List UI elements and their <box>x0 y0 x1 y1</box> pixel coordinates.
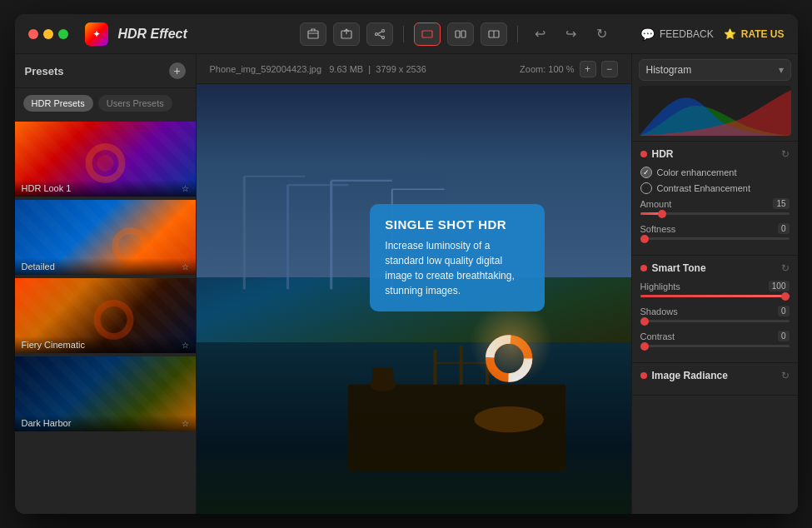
open-button[interactable] <box>300 22 326 46</box>
svg-rect-5 <box>422 31 432 37</box>
contrast-label: Contrast <box>640 331 675 341</box>
close-button[interactable] <box>28 29 38 39</box>
main-content: Presets + HDR Presets Users Presets <box>15 54 798 514</box>
sidebar: Presets + HDR Presets Users Presets <box>15 54 197 514</box>
list-item[interactable]: Dark Harbor ☆ <box>15 356 196 431</box>
svg-rect-0 <box>308 31 318 38</box>
preset-label: Fiery Cinematic ☆ <box>15 336 196 353</box>
shadows-value: 0 <box>778 306 790 316</box>
preset-label: Detailed ☆ <box>15 258 196 275</box>
softness-slider-thumb[interactable] <box>640 235 649 243</box>
svg-point-11 <box>115 231 145 261</box>
amount-slider-row: Amount 15 <box>640 198 790 215</box>
svg-point-30 <box>475 406 545 432</box>
toolbar-group: ↩ ↪ ↻ <box>300 22 614 46</box>
view-single-button[interactable] <box>414 22 441 46</box>
svg-point-12 <box>97 303 130 336</box>
amount-slider-thumb[interactable] <box>658 210 666 218</box>
amount-slider-header: Amount 15 <box>640 198 790 209</box>
right-panel: Histogram ▾ <box>631 54 798 514</box>
shadows-slider-thumb[interactable] <box>640 317 649 326</box>
svg-rect-7 <box>461 31 466 37</box>
presets-title: Presets <box>25 65 64 77</box>
hdr-section-name: HDR <box>652 148 776 160</box>
image-info-bar: Phone_img_592004423.jpg 9.63 MB | 3799 x… <box>197 54 631 84</box>
tooltip-title: SINGLE SHOT HDR <box>385 217 530 232</box>
minimize-button[interactable] <box>43 29 53 39</box>
highlights-slider-track[interactable] <box>640 295 790 297</box>
back-button[interactable]: ↩ <box>528 22 552 45</box>
smart-tone-reset-button[interactable]: ↻ <box>781 262 790 274</box>
contrast-slider-row: Contrast 0 <box>640 331 790 347</box>
svg-point-4 <box>376 32 378 35</box>
smart-tone-header: Smart Tone ↻ <box>640 262 790 274</box>
chevron-down-icon: ▾ <box>779 64 784 76</box>
star-icon: ⭐ <box>724 28 736 40</box>
contrast-slider-thumb[interactable] <box>640 342 649 351</box>
image-radiance-reset-button[interactable]: ↻ <box>781 370 790 381</box>
app-window: ✦ HDR Effect <box>15 14 798 514</box>
main-image: SINGLE SHOT HDR Increase luminosity of a… <box>197 84 631 514</box>
info-tooltip: SINGLE SHOT HDR Increase luminosity of a… <box>370 204 545 311</box>
smart-tone-section: Smart Tone ↻ Highlights 100 Shadows <box>632 256 798 363</box>
refresh-button[interactable]: ↻ <box>590 22 614 45</box>
image-radiance-header: Image Radiance ↻ <box>640 370 790 381</box>
preset-label: Dark Harbor ☆ <box>15 415 196 431</box>
color-enhancement-row[interactable]: ✓ Color enhancement <box>640 167 790 178</box>
image-radiance-dot <box>640 372 647 379</box>
view-compare-button[interactable] <box>481 22 507 46</box>
svg-rect-23 <box>372 367 393 386</box>
shadows-label: Shadows <box>640 306 678 316</box>
contrast-enhancement-row[interactable]: Contrast Enhancement <box>640 182 790 194</box>
contrast-slider-track[interactable] <box>640 345 790 347</box>
tooltip-body: Increase luminosity of a standard low qu… <box>385 238 530 298</box>
hdr-section-header: HDR ↻ <box>640 148 790 160</box>
hdr-active-dot <box>640 151 647 157</box>
svg-point-2 <box>382 29 385 32</box>
sidebar-header: Presets + <box>15 54 196 88</box>
export-button[interactable] <box>333 22 360 46</box>
shadows-slider-track[interactable] <box>640 320 790 322</box>
view-split-button[interactable] <box>447 22 474 46</box>
histogram-dropdown[interactable]: Histogram ▾ <box>639 59 791 81</box>
add-preset-button[interactable]: + <box>169 62 186 79</box>
svg-point-10 <box>97 155 113 172</box>
contrast-enhancement-label: Contrast Enhancement <box>657 183 751 193</box>
share-button[interactable] <box>366 22 393 46</box>
amount-slider-track[interactable] <box>640 212 790 215</box>
zoom-out-button[interactable]: − <box>601 61 618 77</box>
histogram-label: Histogram <box>646 64 692 76</box>
softness-slider-row: Softness 0 <box>640 223 790 240</box>
file-info: Phone_img_592004423.jpg 9.63 MB | 3799 x… <box>210 64 426 74</box>
color-enhancement-label: Color enhancement <box>657 167 737 177</box>
feedback-button[interactable]: 💬 FEEDBACK <box>640 27 714 41</box>
image-radiance-name: Image Radiance <box>652 370 776 381</box>
shadows-slider-row: Shadows 0 <box>640 306 790 322</box>
list-item[interactable]: Fiery Cinematic ☆ <box>15 278 196 353</box>
softness-slider-track[interactable] <box>640 237 790 240</box>
preset-list: HDR Look 1 ☆ Detailed ☆ <box>15 118 196 514</box>
rate-button[interactable]: ⭐ RATE US <box>724 28 785 40</box>
hdr-reset-button[interactable]: ↻ <box>781 148 790 160</box>
preset-label: HDR Look 1 ☆ <box>15 180 196 197</box>
star-icon: ☆ <box>182 262 189 271</box>
shadows-slider-header: Shadows 0 <box>640 306 790 316</box>
list-item[interactable]: Detailed ☆ <box>15 200 196 275</box>
amount-label: Amount <box>640 199 672 209</box>
maximize-button[interactable] <box>58 29 68 39</box>
tab-hdr-presets[interactable]: HDR Presets <box>23 95 93 112</box>
smart-tone-name: Smart Tone <box>652 262 776 274</box>
tab-users-presets[interactable]: Users Presets <box>98 95 172 112</box>
zoom-in-button[interactable]: + <box>580 61 596 77</box>
list-item[interactable]: HDR Look 1 ☆ <box>15 122 196 197</box>
highlights-value: 100 <box>769 281 790 291</box>
forward-button[interactable]: ↪ <box>559 22 583 45</box>
star-icon: ☆ <box>182 341 189 350</box>
svg-rect-6 <box>456 31 460 37</box>
feedback-icon: 💬 <box>640 27 655 41</box>
softness-label: Softness <box>640 224 676 234</box>
highlights-slider-thumb[interactable] <box>781 292 790 301</box>
contrast-slider-header: Contrast 0 <box>640 331 790 341</box>
histogram-chart <box>639 86 791 136</box>
highlights-label: Highlights <box>640 281 680 291</box>
